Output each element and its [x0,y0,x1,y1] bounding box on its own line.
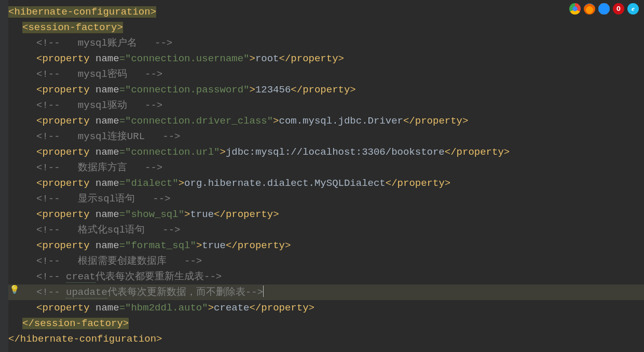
attr-value: connection.url [131,146,214,158]
code-line[interactable]: <!-- 数据库方言 --> [8,160,644,175]
comment-text: mysql连接URL [78,131,145,142]
comment-text: mysql账户名 [78,37,137,49]
code-line[interactable]: </session-factory> [8,316,644,331]
attr-value: show_sql [131,209,178,220]
comment-text: 格式化sql语句 [78,224,145,236]
property-value: org.hibernate.dialect.MySQLDialect [184,178,386,189]
code-line[interactable]: <property name="dialect">org.hibernate.d… [8,175,644,191]
attr-value: hbm2ddl.auto [131,302,202,314]
code-line[interactable]: <property name="connection.password">123… [8,82,644,98]
code-line[interactable]: <session-factory> [8,20,644,35]
attr-value: dialect [131,178,172,189]
code-line[interactable]: <property name="format_sql">true</proper… [8,238,644,253]
comment-text: 数据库方言 [78,162,127,173]
code-line-active[interactable]: <!-- upadate代表每次更新数据，而不删除表--> [8,285,644,300]
code-line[interactable]: <!-- 格式化sql语句 --> [8,222,644,238]
attr-value: format_sql [131,240,190,251]
comment-text: mysql驱动 [78,100,127,111]
property-value: jdbc:mysql://localhost:3306/bookstore [226,146,445,158]
typo-word: creat [66,271,95,283]
code-editor[interactable]: <hibernate-configuration> <session-facto… [0,0,644,351]
code-line[interactable]: <!-- mysql连接URL --> [8,129,644,144]
property-value: create [214,302,249,314]
tag-name: session-factory [34,318,123,329]
code-line[interactable]: <!-- 显示sql语句 --> [8,191,644,207]
property-value: true [202,240,226,251]
code-line[interactable]: <property name="hbm2ddl.auto">create</pr… [8,300,644,316]
comment-open: <!-- [36,37,60,49]
comment-close: --> [155,37,172,49]
property-value: true [190,209,214,220]
comment-text: 显示sql语句 [78,193,135,205]
code-line[interactable]: <!-- mysql账户名 --> [8,35,644,51]
attr-name: name [95,53,119,64]
code-line[interactable]: <!-- creat代表每次都要重新生成表--> [8,269,644,285]
comment-text: 根据需要创建数据库 [78,255,167,267]
comment-text: mysql密码 [78,69,127,80]
code-line[interactable]: <!-- mysql驱动 --> [8,98,644,113]
code-line[interactable]: <property name="show_sql">true</property… [8,207,644,222]
property-value: root [255,53,279,64]
tag-name: hibernate-configuration [14,6,150,18]
typo-word: upadate [66,287,107,299]
property-value: com.mysql.jdbc.Driver [279,115,403,127]
code-line[interactable]: <property name="connection.username">roo… [8,51,644,66]
tag-name: hibernate-configuration [20,333,156,345]
text-caret [263,286,264,297]
tag-name: property [42,53,89,64]
property-value: 123456 [255,84,291,96]
code-line[interactable]: <!-- mysql密码 --> [8,66,644,82]
attr-value: connection.driver_class [131,115,267,127]
comment-text: 代表每次更新数据，而不删除表 [107,287,245,298]
code-line[interactable]: <property name="connection.driver_class"… [8,113,644,129]
code-line[interactable]: <property name="connection.url">jdbc:mys… [8,144,644,160]
code-line[interactable]: <hibernate-configuration> [8,4,644,20]
code-line[interactable]: </hibernate-configuration> [8,331,644,347]
code-line[interactable]: <!-- 根据需要创建数据库 --> [8,253,644,269]
tag-name: session-factory [28,22,117,33]
attr-value: connection.username [131,53,243,64]
comment-text: 代表每次都要重新生成表 [95,271,204,282]
attr-value: connection.password [131,84,243,96]
